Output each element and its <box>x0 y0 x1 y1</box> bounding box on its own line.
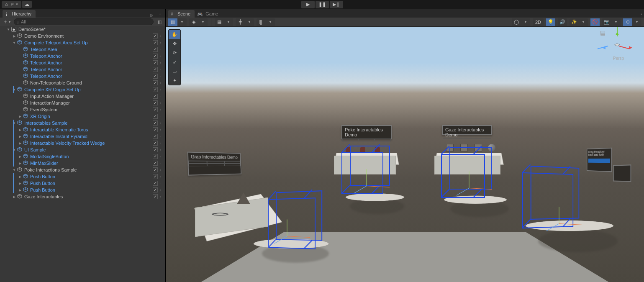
visibility-checkbox[interactable]: ✓ <box>153 67 158 72</box>
hierarchy-row[interactable]: Input Action Manager✓› <box>0 93 165 100</box>
camera-button[interactable]: 📷 <box>602 18 611 26</box>
visibility-checkbox[interactable]: ✓ <box>153 187 158 192</box>
rotate-tool[interactable]: ⟳ <box>169 48 180 57</box>
visibility-checkbox[interactable]: ✓ <box>153 60 158 65</box>
hierarchy-row[interactable]: InteractionManager✓› <box>0 100 165 106</box>
hierarchy-row[interactable]: Teleport Anchor✓› <box>0 66 165 73</box>
open-prefab-arrow[interactable]: › <box>159 155 163 159</box>
visibility-checkbox[interactable]: ✓ <box>153 33 158 38</box>
draw-dropdown[interactable]: ▼ <box>198 18 208 26</box>
open-prefab-arrow[interactable]: › <box>159 41 163 45</box>
hierarchy-row[interactable]: ▶Push Button✓› <box>0 173 165 180</box>
open-prefab-arrow[interactable]: › <box>159 182 163 185</box>
camera-dropdown[interactable]: ▼ <box>611 18 621 26</box>
expand-chevron[interactable]: ▶ <box>18 141 23 145</box>
hierarchy-row[interactable]: Teleport Anchor✓› <box>0 73 165 79</box>
visibility-checkbox[interactable]: ✓ <box>153 54 158 59</box>
hidden-toggle[interactable]: 🚫 <box>590 18 600 26</box>
rect-tool[interactable]: ▭ <box>169 67 180 76</box>
hierarchy-row[interactable]: ▼◆DemoScene*⋮ <box>0 26 165 33</box>
open-prefab-arrow[interactable]: › <box>159 141 163 145</box>
visibility-checkbox[interactable]: ✓ <box>153 161 158 166</box>
panel-menu-icon[interactable]: ⋮ <box>155 12 165 18</box>
hierarchy-row[interactable]: ▶XR Origin✓› <box>0 113 165 120</box>
hierarchy-row[interactable]: ▼Complete XR Origin Set Up✓› <box>0 86 165 93</box>
visibility-checkbox[interactable]: ✓ <box>153 87 158 92</box>
open-prefab-arrow[interactable]: › <box>159 54 163 58</box>
play-button[interactable]: ▶ <box>301 1 315 8</box>
visibility-checkbox[interactable]: ✓ <box>153 181 158 186</box>
visibility-checkbox[interactable]: ✓ <box>153 94 158 99</box>
hierarchy-row[interactable]: ▶Push Button✓› <box>0 187 165 193</box>
expand-chevron[interactable]: ▶ <box>18 155 23 159</box>
scene-viewport[interactable]: ☀ Grab Interactables Demo <box>166 27 644 282</box>
visibility-checkbox[interactable]: ✓ <box>153 194 158 199</box>
hierarchy-row[interactable]: ▶Interactable Instant Pyramid✓› <box>0 133 165 140</box>
visibility-checkbox[interactable]: ✓ <box>153 100 158 105</box>
orientation-gizmo[interactable]: Persp <box>600 31 634 60</box>
shading-mode-button[interactable]: ▧ <box>168 18 177 26</box>
open-prefab-arrow[interactable]: › <box>159 61 163 65</box>
2d-toggle[interactable]: 2D <box>533 18 544 26</box>
game-tab[interactable]: 🎮Game <box>195 10 222 18</box>
expand-chevron[interactable]: ▶ <box>18 182 23 185</box>
open-prefab-arrow[interactable]: › <box>159 108 163 112</box>
hierarchy-row[interactable]: Non-Teleportable Ground✓› <box>0 79 165 86</box>
visibility-checkbox[interactable]: ✓ <box>153 80 158 85</box>
expand-chevron[interactable]: ▶ <box>18 175 23 179</box>
open-prefab-arrow[interactable]: › <box>159 135 163 138</box>
expand-chevron[interactable]: ▼ <box>12 41 17 45</box>
visibility-checkbox[interactable]: ✓ <box>153 134 158 139</box>
hierarchy-row[interactable]: ▼Interactables Sample✓› <box>0 120 165 126</box>
expand-chevron[interactable]: ▼ <box>12 148 17 152</box>
hierarchy-row[interactable]: ▼Complete Teleport Area Set Up✓› <box>0 39 165 46</box>
hierarchy-row[interactable]: ▶MinMaxSlider✓› <box>0 160 165 167</box>
create-dropdown[interactable]: ＋▼ <box>3 18 11 26</box>
draw-mode-button[interactable]: ◈ <box>189 18 198 26</box>
visibility-checkbox[interactable]: ✓ <box>153 167 158 172</box>
expand-chevron[interactable]: ▼ <box>6 28 11 31</box>
expand-chevron[interactable]: ▶ <box>18 162 23 165</box>
open-prefab-arrow[interactable]: › <box>159 162 163 165</box>
gizmos-dropdown[interactable]: ▼ <box>632 18 641 26</box>
hierarchy-search[interactable]: ⌕ All <box>14 18 154 25</box>
open-prefab-arrow[interactable]: › <box>159 188 163 192</box>
expand-chevron[interactable]: ▶ <box>12 195 17 199</box>
increment-snap-button[interactable]: |‖| <box>257 18 266 26</box>
snap-dropdown[interactable]: ▼ <box>245 18 254 26</box>
open-prefab-arrow[interactable]: › <box>159 34 163 38</box>
hierarchy-row[interactable]: ▶Interactable Kinematic Torus✓› <box>0 126 165 133</box>
open-prefab-arrow[interactable]: › <box>159 175 163 179</box>
expand-chevron[interactable]: ▶ <box>18 135 23 138</box>
step-button[interactable]: ▶❙ <box>330 1 343 8</box>
scale-tool[interactable]: ⤢ <box>169 57 180 67</box>
cloud-button[interactable]: ☁ <box>22 1 32 8</box>
visibility-checkbox[interactable]: ✓ <box>153 40 158 45</box>
expand-chevron[interactable]: ▶ <box>18 115 23 118</box>
visibility-checkbox[interactable]: ✓ <box>153 120 158 126</box>
hierarchy-row[interactable]: Teleport Anchor✓› <box>0 53 165 59</box>
lighting-toggle[interactable]: 💡 <box>546 18 555 26</box>
move-tool[interactable]: ✥ <box>169 39 180 48</box>
open-prefab-arrow[interactable]: › <box>159 74 163 78</box>
open-prefab-arrow[interactable]: › <box>159 81 163 85</box>
visibility-checkbox[interactable]: ✓ <box>153 74 158 79</box>
hierarchy-row[interactable]: ▼UI Sample✓› <box>0 146 165 153</box>
hierarchy-row[interactable]: EventSystem✓› <box>0 106 165 113</box>
fx-dropdown[interactable]: ▼ <box>579 18 588 26</box>
hierarchy-row[interactable]: Teleport Area✓› <box>0 46 165 53</box>
open-prefab-arrow[interactable]: › <box>159 101 163 105</box>
transform-tool[interactable]: ✦ <box>169 76 180 85</box>
open-prefab-arrow[interactable]: › <box>159 121 163 125</box>
scene-menu-icon[interactable]: ⋮ <box>158 27 163 32</box>
grid-dropdown[interactable]: ▼ <box>224 18 233 26</box>
open-prefab-arrow[interactable]: › <box>159 88 163 92</box>
hierarchy-row[interactable]: ▶Push Button✓› <box>0 180 165 187</box>
visibility-checkbox[interactable]: ✓ <box>153 154 158 159</box>
hierarchy-row[interactable]: ▶Gaze Interactables✓› <box>0 193 165 200</box>
expand-chevron[interactable]: ▶ <box>12 34 17 38</box>
visibility-checkbox[interactable]: ✓ <box>153 174 158 179</box>
skybox-toggle[interactable]: ◯ <box>512 18 521 26</box>
hierarchy-tree[interactable]: ▼◆DemoScene*⋮▶Demo Environment✓›▼Complet… <box>0 26 165 282</box>
hierarchy-row[interactable]: ▶Demo Environment✓› <box>0 33 165 39</box>
